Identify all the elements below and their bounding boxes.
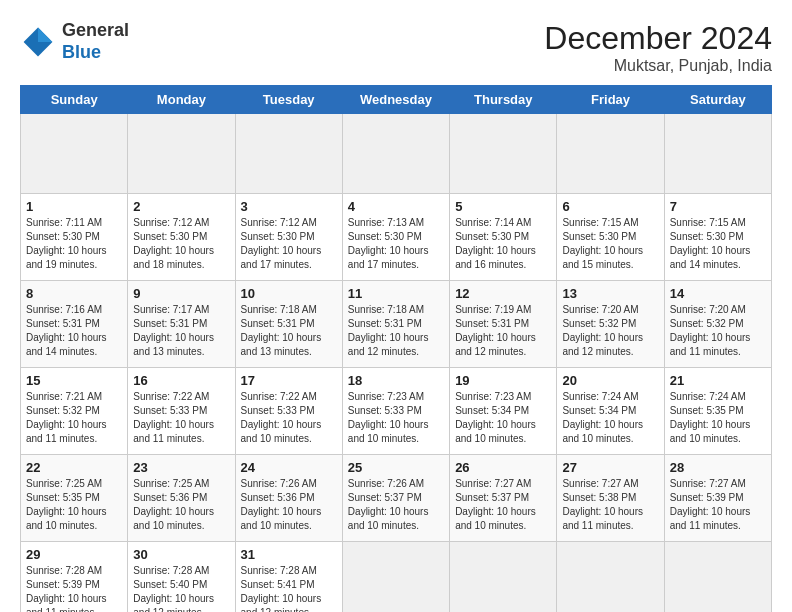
day-info: Sunrise: 7:25 AM Sunset: 5:35 PM Dayligh… [26,477,122,533]
day-info: Sunrise: 7:15 AM Sunset: 5:30 PM Dayligh… [562,216,658,272]
month-year: December 2024 [544,20,772,57]
day-number: 30 [133,547,229,562]
calendar-cell [342,114,449,194]
day-info: Sunrise: 7:24 AM Sunset: 5:35 PM Dayligh… [670,390,766,446]
day-number: 7 [670,199,766,214]
day-number: 2 [133,199,229,214]
day-info: Sunrise: 7:18 AM Sunset: 5:31 PM Dayligh… [241,303,337,359]
day-number: 21 [670,373,766,388]
calendar-cell: 26Sunrise: 7:27 AM Sunset: 5:37 PM Dayli… [450,455,557,542]
day-number: 1 [26,199,122,214]
day-number: 25 [348,460,444,475]
day-number: 10 [241,286,337,301]
calendar-cell: 30Sunrise: 7:28 AM Sunset: 5:40 PM Dayli… [128,542,235,613]
calendar-cell: 13Sunrise: 7:20 AM Sunset: 5:32 PM Dayli… [557,281,664,368]
day-info: Sunrise: 7:28 AM Sunset: 5:41 PM Dayligh… [241,564,337,612]
day-header-friday: Friday [557,86,664,114]
day-info: Sunrise: 7:21 AM Sunset: 5:32 PM Dayligh… [26,390,122,446]
day-number: 9 [133,286,229,301]
calendar-week-row [21,114,772,194]
day-number: 17 [241,373,337,388]
day-info: Sunrise: 7:19 AM Sunset: 5:31 PM Dayligh… [455,303,551,359]
day-info: Sunrise: 7:14 AM Sunset: 5:30 PM Dayligh… [455,216,551,272]
day-header-wednesday: Wednesday [342,86,449,114]
day-info: Sunrise: 7:17 AM Sunset: 5:31 PM Dayligh… [133,303,229,359]
day-info: Sunrise: 7:27 AM Sunset: 5:39 PM Dayligh… [670,477,766,533]
day-number: 19 [455,373,551,388]
calendar-week-row: 15Sunrise: 7:21 AM Sunset: 5:32 PM Dayli… [21,368,772,455]
day-info: Sunrise: 7:28 AM Sunset: 5:39 PM Dayligh… [26,564,122,612]
svg-marker-1 [38,27,52,41]
calendar-cell: 23Sunrise: 7:25 AM Sunset: 5:36 PM Dayli… [128,455,235,542]
day-number: 23 [133,460,229,475]
day-info: Sunrise: 7:22 AM Sunset: 5:33 PM Dayligh… [133,390,229,446]
day-number: 6 [562,199,658,214]
calendar-cell [342,542,449,613]
calendar-cell: 24Sunrise: 7:26 AM Sunset: 5:36 PM Dayli… [235,455,342,542]
calendar-cell: 22Sunrise: 7:25 AM Sunset: 5:35 PM Dayli… [21,455,128,542]
day-number: 18 [348,373,444,388]
calendar-week-row: 8Sunrise: 7:16 AM Sunset: 5:31 PM Daylig… [21,281,772,368]
calendar-cell: 12Sunrise: 7:19 AM Sunset: 5:31 PM Dayli… [450,281,557,368]
logo-text: General Blue [62,20,129,63]
day-header-monday: Monday [128,86,235,114]
day-info: Sunrise: 7:12 AM Sunset: 5:30 PM Dayligh… [133,216,229,272]
calendar-cell [557,542,664,613]
day-number: 27 [562,460,658,475]
day-info: Sunrise: 7:22 AM Sunset: 5:33 PM Dayligh… [241,390,337,446]
logo: General Blue [20,20,129,63]
calendar-cell: 8Sunrise: 7:16 AM Sunset: 5:31 PM Daylig… [21,281,128,368]
day-number: 4 [348,199,444,214]
day-info: Sunrise: 7:24 AM Sunset: 5:34 PM Dayligh… [562,390,658,446]
calendar-cell: 4Sunrise: 7:13 AM Sunset: 5:30 PM Daylig… [342,194,449,281]
calendar-cell: 21Sunrise: 7:24 AM Sunset: 5:35 PM Dayli… [664,368,771,455]
day-info: Sunrise: 7:25 AM Sunset: 5:36 PM Dayligh… [133,477,229,533]
day-number: 29 [26,547,122,562]
day-number: 22 [26,460,122,475]
logo-general: General [62,20,129,40]
day-number: 13 [562,286,658,301]
calendar-cell: 1Sunrise: 7:11 AM Sunset: 5:30 PM Daylig… [21,194,128,281]
calendar-cell: 28Sunrise: 7:27 AM Sunset: 5:39 PM Dayli… [664,455,771,542]
day-info: Sunrise: 7:20 AM Sunset: 5:32 PM Dayligh… [562,303,658,359]
calendar-cell: 18Sunrise: 7:23 AM Sunset: 5:33 PM Dayli… [342,368,449,455]
calendar-cell: 19Sunrise: 7:23 AM Sunset: 5:34 PM Dayli… [450,368,557,455]
calendar-cell: 29Sunrise: 7:28 AM Sunset: 5:39 PM Dayli… [21,542,128,613]
calendar-body: 1Sunrise: 7:11 AM Sunset: 5:30 PM Daylig… [21,114,772,613]
calendar-cell: 11Sunrise: 7:18 AM Sunset: 5:31 PM Dayli… [342,281,449,368]
calendar-cell: 17Sunrise: 7:22 AM Sunset: 5:33 PM Dayli… [235,368,342,455]
day-info: Sunrise: 7:27 AM Sunset: 5:38 PM Dayligh… [562,477,658,533]
day-info: Sunrise: 7:20 AM Sunset: 5:32 PM Dayligh… [670,303,766,359]
calendar-week-row: 29Sunrise: 7:28 AM Sunset: 5:39 PM Dayli… [21,542,772,613]
day-header-sunday: Sunday [21,86,128,114]
page-header: General Blue December 2024 Muktsar, Punj… [20,20,772,75]
calendar-cell [557,114,664,194]
calendar-cell: 2Sunrise: 7:12 AM Sunset: 5:30 PM Daylig… [128,194,235,281]
calendar-week-row: 1Sunrise: 7:11 AM Sunset: 5:30 PM Daylig… [21,194,772,281]
day-info: Sunrise: 7:26 AM Sunset: 5:36 PM Dayligh… [241,477,337,533]
day-info: Sunrise: 7:27 AM Sunset: 5:37 PM Dayligh… [455,477,551,533]
calendar-cell: 25Sunrise: 7:26 AM Sunset: 5:37 PM Dayli… [342,455,449,542]
logo-icon [20,24,56,60]
calendar-cell: 7Sunrise: 7:15 AM Sunset: 5:30 PM Daylig… [664,194,771,281]
day-info: Sunrise: 7:26 AM Sunset: 5:37 PM Dayligh… [348,477,444,533]
day-number: 28 [670,460,766,475]
day-number: 3 [241,199,337,214]
calendar-table: SundayMondayTuesdayWednesdayThursdayFrid… [20,85,772,612]
calendar-cell [664,542,771,613]
day-number: 24 [241,460,337,475]
calendar-cell: 15Sunrise: 7:21 AM Sunset: 5:32 PM Dayli… [21,368,128,455]
day-header-saturday: Saturday [664,86,771,114]
logo-blue: Blue [62,42,101,62]
calendar-cell [450,114,557,194]
day-number: 16 [133,373,229,388]
day-info: Sunrise: 7:11 AM Sunset: 5:30 PM Dayligh… [26,216,122,272]
calendar-cell: 27Sunrise: 7:27 AM Sunset: 5:38 PM Dayli… [557,455,664,542]
calendar-cell: 31Sunrise: 7:28 AM Sunset: 5:41 PM Dayli… [235,542,342,613]
calendar-cell: 6Sunrise: 7:15 AM Sunset: 5:30 PM Daylig… [557,194,664,281]
calendar-cell [664,114,771,194]
calendar-cell: 14Sunrise: 7:20 AM Sunset: 5:32 PM Dayli… [664,281,771,368]
day-number: 15 [26,373,122,388]
day-info: Sunrise: 7:18 AM Sunset: 5:31 PM Dayligh… [348,303,444,359]
day-number: 31 [241,547,337,562]
